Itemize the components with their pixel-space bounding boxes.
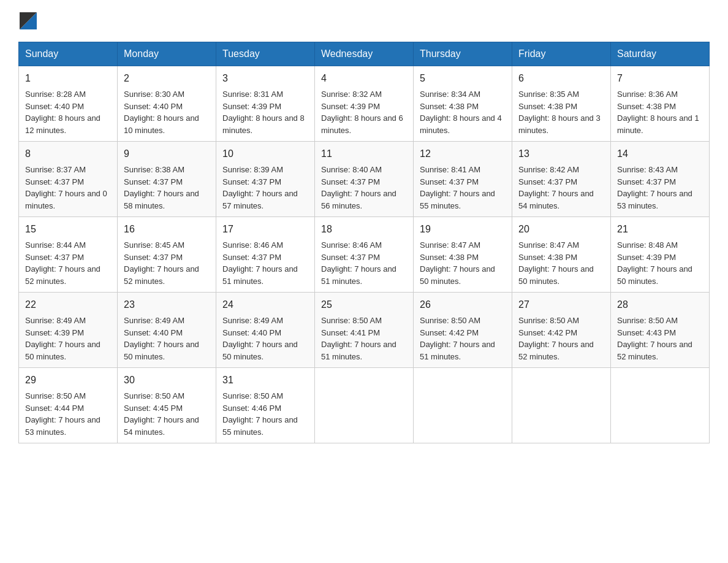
calendar-day-cell: 17 Sunrise: 8:46 AMSunset: 4:37 PMDaylig… [216, 217, 315, 293]
calendar-day-cell: 1 Sunrise: 8:28 AMSunset: 4:40 PMDayligh… [19, 66, 118, 142]
calendar-day-cell: 14 Sunrise: 8:43 AMSunset: 4:37 PMDaylig… [611, 142, 710, 217]
calendar-day-cell: 22 Sunrise: 8:49 AMSunset: 4:39 PMDaylig… [19, 293, 118, 368]
calendar-day-cell [414, 368, 512, 443]
calendar-day-cell: 12 Sunrise: 8:41 AMSunset: 4:37 PMDaylig… [414, 142, 512, 217]
day-number: 7 [617, 71, 703, 86]
day-number: 30 [124, 373, 210, 388]
calendar-day-cell: 31 Sunrise: 8:50 AMSunset: 4:46 PMDaylig… [216, 368, 315, 443]
day-info: Sunrise: 8:39 AMSunset: 4:37 PMDaylight:… [222, 165, 298, 210]
day-number: 16 [124, 222, 210, 237]
calendar-week-row: 29 Sunrise: 8:50 AMSunset: 4:44 PMDaylig… [19, 368, 710, 443]
day-info: Sunrise: 8:50 AMSunset: 4:42 PMDaylight:… [518, 316, 594, 361]
day-number: 21 [617, 222, 703, 237]
calendar-day-cell: 28 Sunrise: 8:50 AMSunset: 4:43 PMDaylig… [611, 293, 710, 368]
day-number: 29 [25, 373, 111, 388]
day-info: Sunrise: 8:43 AMSunset: 4:37 PMDaylight:… [617, 165, 692, 210]
day-number: 3 [222, 71, 308, 86]
calendar-day-header: Saturday [611, 42, 710, 66]
calendar-day-cell: 16 Sunrise: 8:45 AMSunset: 4:37 PMDaylig… [118, 217, 216, 293]
calendar-day-cell [611, 368, 710, 443]
calendar-day-cell: 8 Sunrise: 8:37 AMSunset: 4:37 PMDayligh… [19, 142, 118, 217]
day-info: Sunrise: 8:40 AMSunset: 4:37 PMDaylight:… [321, 165, 396, 210]
day-info: Sunrise: 8:50 AMSunset: 4:43 PMDaylight:… [617, 316, 692, 361]
day-info: Sunrise: 8:38 AMSunset: 4:37 PMDaylight:… [124, 165, 199, 210]
day-number: 27 [518, 297, 604, 312]
calendar-day-cell: 9 Sunrise: 8:38 AMSunset: 4:37 PMDayligh… [118, 142, 216, 217]
logo-icon [20, 12, 37, 29]
day-info: Sunrise: 8:47 AMSunset: 4:38 PMDaylight:… [420, 240, 495, 286]
day-number: 2 [124, 71, 210, 86]
page-header [18, 12, 710, 29]
day-info: Sunrise: 8:35 AMSunset: 4:38 PMDaylight:… [518, 90, 601, 135]
calendar-day-cell: 3 Sunrise: 8:31 AMSunset: 4:39 PMDayligh… [216, 66, 315, 142]
day-number: 17 [222, 222, 308, 237]
day-info: Sunrise: 8:44 AMSunset: 4:37 PMDaylight:… [25, 240, 100, 286]
calendar-day-cell: 15 Sunrise: 8:44 AMSunset: 4:37 PMDaylig… [19, 217, 118, 293]
day-number: 25 [321, 297, 407, 312]
day-number: 15 [25, 222, 111, 237]
calendar-week-row: 8 Sunrise: 8:37 AMSunset: 4:37 PMDayligh… [19, 142, 710, 217]
day-info: Sunrise: 8:36 AMSunset: 4:38 PMDaylight:… [617, 90, 699, 135]
calendar-header-row: SundayMondayTuesdayWednesdayThursdayFrid… [19, 42, 710, 66]
calendar-day-cell: 18 Sunrise: 8:46 AMSunset: 4:37 PMDaylig… [315, 217, 414, 293]
day-number: 9 [124, 147, 210, 161]
day-info: Sunrise: 8:49 AMSunset: 4:40 PMDaylight:… [124, 316, 199, 361]
day-number: 11 [321, 147, 407, 161]
calendar-day-cell: 21 Sunrise: 8:48 AMSunset: 4:39 PMDaylig… [611, 217, 710, 293]
calendar-day-cell: 4 Sunrise: 8:32 AMSunset: 4:39 PMDayligh… [315, 66, 414, 142]
day-info: Sunrise: 8:50 AMSunset: 4:41 PMDaylight:… [321, 316, 396, 361]
calendar-day-header: Wednesday [315, 42, 414, 66]
calendar-day-cell: 23 Sunrise: 8:49 AMSunset: 4:40 PMDaylig… [118, 293, 216, 368]
calendar-week-row: 22 Sunrise: 8:49 AMSunset: 4:39 PMDaylig… [19, 293, 710, 368]
day-number: 23 [124, 297, 210, 312]
calendar-day-cell: 11 Sunrise: 8:40 AMSunset: 4:37 PMDaylig… [315, 142, 414, 217]
calendar-week-row: 15 Sunrise: 8:44 AMSunset: 4:37 PMDaylig… [19, 217, 710, 293]
calendar-day-cell: 2 Sunrise: 8:30 AMSunset: 4:40 PMDayligh… [118, 66, 216, 142]
day-number: 8 [25, 147, 111, 161]
calendar-day-cell: 10 Sunrise: 8:39 AMSunset: 4:37 PMDaylig… [216, 142, 315, 217]
day-info: Sunrise: 8:28 AMSunset: 4:40 PMDaylight:… [25, 90, 100, 135]
day-number: 22 [25, 297, 111, 312]
logo [18, 12, 38, 29]
day-info: Sunrise: 8:48 AMSunset: 4:39 PMDaylight:… [617, 240, 692, 286]
calendar-day-cell: 29 Sunrise: 8:50 AMSunset: 4:44 PMDaylig… [19, 368, 118, 443]
day-info: Sunrise: 8:41 AMSunset: 4:37 PMDaylight:… [420, 165, 495, 210]
day-info: Sunrise: 8:49 AMSunset: 4:40 PMDaylight:… [222, 316, 298, 361]
day-number: 31 [222, 373, 308, 388]
day-info: Sunrise: 8:50 AMSunset: 4:46 PMDaylight:… [222, 391, 298, 437]
calendar-day-cell: 13 Sunrise: 8:42 AMSunset: 4:37 PMDaylig… [512, 142, 611, 217]
calendar-day-cell: 27 Sunrise: 8:50 AMSunset: 4:42 PMDaylig… [512, 293, 611, 368]
day-info: Sunrise: 8:42 AMSunset: 4:37 PMDaylight:… [518, 165, 594, 210]
day-number: 6 [518, 71, 604, 86]
day-info: Sunrise: 8:32 AMSunset: 4:39 PMDaylight:… [321, 90, 403, 135]
day-number: 5 [420, 71, 506, 86]
calendar-week-row: 1 Sunrise: 8:28 AMSunset: 4:40 PMDayligh… [19, 66, 710, 142]
day-info: Sunrise: 8:30 AMSunset: 4:40 PMDaylight:… [124, 90, 199, 135]
calendar-day-cell [512, 368, 611, 443]
day-number: 4 [321, 71, 407, 86]
calendar-day-header: Tuesday [216, 42, 315, 66]
calendar-day-cell: 25 Sunrise: 8:50 AMSunset: 4:41 PMDaylig… [315, 293, 414, 368]
day-number: 28 [617, 297, 703, 312]
calendar-day-cell: 7 Sunrise: 8:36 AMSunset: 4:38 PMDayligh… [611, 66, 710, 142]
calendar-day-cell: 26 Sunrise: 8:50 AMSunset: 4:42 PMDaylig… [414, 293, 512, 368]
day-number: 13 [518, 147, 604, 161]
calendar-day-cell: 24 Sunrise: 8:49 AMSunset: 4:40 PMDaylig… [216, 293, 315, 368]
calendar-day-cell: 6 Sunrise: 8:35 AMSunset: 4:38 PMDayligh… [512, 66, 611, 142]
day-number: 10 [222, 147, 308, 161]
calendar-day-cell: 20 Sunrise: 8:47 AMSunset: 4:38 PMDaylig… [512, 217, 611, 293]
day-info: Sunrise: 8:50 AMSunset: 4:42 PMDaylight:… [420, 316, 495, 361]
calendar-day-header: Thursday [414, 42, 512, 66]
calendar-day-cell: 19 Sunrise: 8:47 AMSunset: 4:38 PMDaylig… [414, 217, 512, 293]
day-info: Sunrise: 8:47 AMSunset: 4:38 PMDaylight:… [518, 240, 594, 286]
day-number: 20 [518, 222, 604, 237]
day-info: Sunrise: 8:46 AMSunset: 4:37 PMDaylight:… [321, 240, 396, 286]
day-info: Sunrise: 8:31 AMSunset: 4:39 PMDaylight:… [222, 90, 305, 135]
calendar-table: SundayMondayTuesdayWednesdayThursdayFrid… [18, 42, 710, 443]
calendar-day-header: Monday [118, 42, 216, 66]
day-info: Sunrise: 8:50 AMSunset: 4:44 PMDaylight:… [25, 391, 100, 437]
day-info: Sunrise: 8:50 AMSunset: 4:45 PMDaylight:… [124, 391, 199, 437]
calendar-day-cell: 5 Sunrise: 8:34 AMSunset: 4:38 PMDayligh… [414, 66, 512, 142]
calendar-day-cell [315, 368, 414, 443]
day-info: Sunrise: 8:49 AMSunset: 4:39 PMDaylight:… [25, 316, 100, 361]
